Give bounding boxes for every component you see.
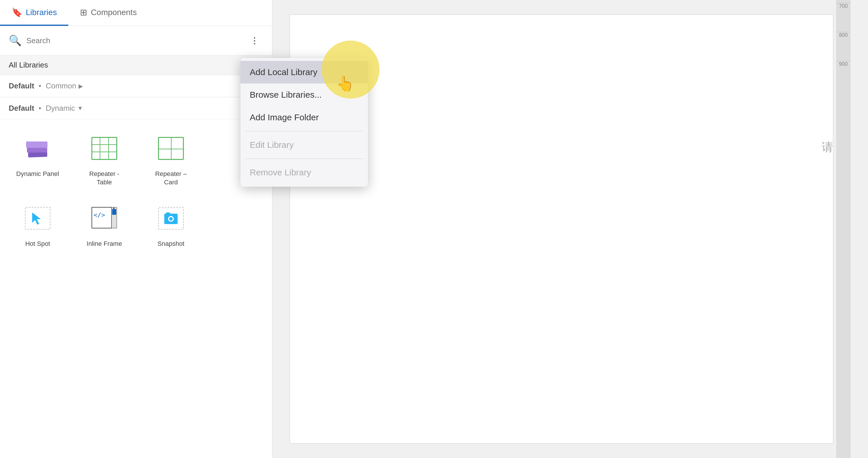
svg-point-21 [169,217,173,221]
menu-browse-libraries[interactable]: Browse Libraries... [241,84,368,106]
components-icon: ⊞ [80,7,87,18]
component-snapshot[interactable]: Snapshot [139,195,203,254]
default-common-name: Common [46,82,76,90]
snapshot-label: Snapshot [158,240,185,248]
ruler-vertical: 700 800 900 [836,0,850,458]
menu-edit-library: Edit Library [241,134,368,156]
tab-libraries-label: Libraries [26,8,57,17]
hot-spot-label: Hot Spot [25,240,50,248]
ruler-mark-800: 800 [836,32,850,61]
svg-rect-16 [112,209,116,215]
repeater-table-icon [87,131,122,166]
svg-rect-22 [166,212,170,215]
design-frame [290,14,833,444]
default-dynamic-header[interactable]: Default • Dynamic ▼ [0,97,272,119]
default-common-sep: • [36,82,43,90]
default-common-arrow: ▶ [79,83,83,90]
tab-bar: 🔖 Libraries ⊞ Components [0,0,272,26]
repeater-card-icon [154,131,188,166]
dropdown-menu: Add Local Library Browse Libraries... Ad… [241,58,368,187]
svg-text:</>: </> [94,211,105,219]
hot-spot-icon [20,201,55,236]
component-hot-spot[interactable]: Hot Spot [6,195,69,254]
dynamic-panel-icon [20,131,55,166]
svg-marker-12 [32,212,41,225]
search-icon: 🔍 [9,34,22,47]
default-dynamic-name: Dynamic [46,104,75,113]
default-dynamic-section: Default • Dynamic ▼ [0,97,272,119]
default-dynamic-arrow: ▼ [78,105,83,112]
more-button[interactable]: ⋮ [246,32,264,49]
tab-components-label: Components [91,8,137,17]
ruler-mark-700: 700 [836,3,850,32]
all-libraries-section: All Libraries [0,55,272,75]
svg-rect-2 [26,142,48,148]
menu-add-local-library[interactable]: Add Local Library [241,61,368,84]
component-dynamic-panel[interactable]: Dynamic Panel [6,125,69,192]
menu-remove-library: Remove Library [241,161,368,184]
tab-libraries[interactable]: 🔖 Libraries [0,0,68,26]
all-libraries-header: All Libraries [0,55,272,75]
inline-frame-label: Inline Frame [87,240,122,248]
default-dynamic-prefix: Default [9,104,34,113]
component-repeater-table[interactable]: Repeater -Table [72,125,136,192]
menu-divider-1 [245,131,363,131]
menu-add-image-folder[interactable]: Add Image Folder [241,106,368,129]
menu-divider-2 [245,158,363,159]
svg-text:▲: ▲ [113,207,115,209]
dynamic-panel-label: Dynamic Panel [16,170,59,178]
component-repeater-card[interactable]: Repeater –Card [139,125,203,192]
search-input[interactable] [22,34,246,48]
default-dynamic-sep: • [36,104,43,113]
component-grid: Dynamic Panel Repeater -Table [0,119,272,260]
default-common-prefix: Default [9,82,34,90]
repeater-table-label: Repeater -Table [89,170,119,186]
default-common-header[interactable]: Default • Common ▶ [0,75,272,97]
tab-components[interactable]: ⊞ Components [68,0,148,26]
ruler-mark-900: 900 [836,61,850,90]
panel: 🔖 Libraries ⊞ Components 🔍 ⋮ All Librari… [0,0,272,458]
component-inline-frame[interactable]: </> ▲ Inline Frame [72,195,136,254]
snapshot-icon [154,201,188,236]
default-common-section: Default • Common ▶ [0,75,272,97]
canvas-chinese-text: 请 [822,139,833,155]
inline-frame-icon: </> ▲ [87,201,122,236]
svg-rect-3 [92,138,117,159]
repeater-card-label: Repeater –Card [155,170,187,186]
libraries-icon: 🔖 [11,7,22,18]
search-bar: 🔍 ⋮ [0,26,272,55]
